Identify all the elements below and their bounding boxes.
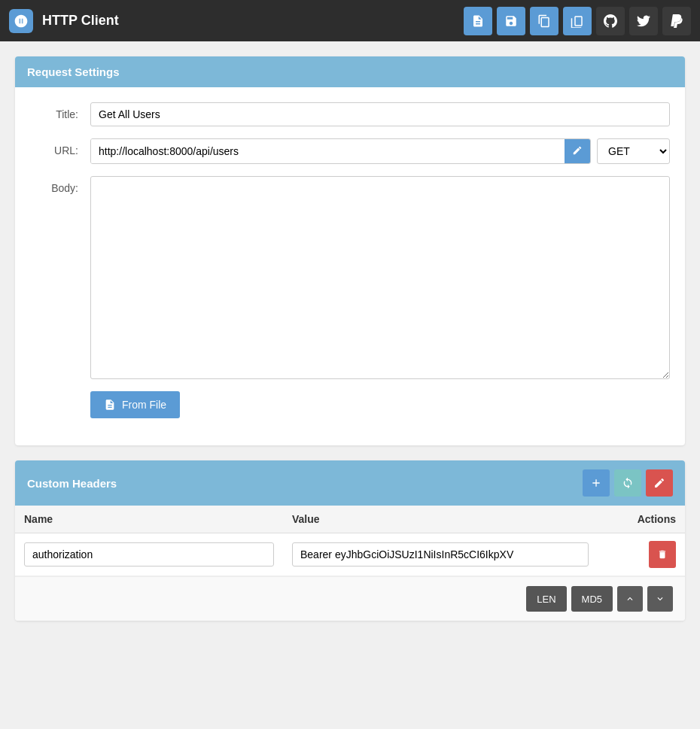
col-value-header: Value xyxy=(283,506,598,533)
github-btn[interactable] xyxy=(596,7,625,35)
title-input[interactable] xyxy=(90,102,670,126)
title-row: Title: xyxy=(30,102,670,126)
save-btn[interactable] xyxy=(497,7,525,35)
duplicate-btn[interactable] xyxy=(563,7,592,35)
headers-table-header-row: Name Value Actions xyxy=(15,506,685,533)
scroll-down-btn[interactable] xyxy=(647,586,673,612)
copy-btn[interactable] xyxy=(530,7,558,35)
from-file-label: From File xyxy=(122,399,166,411)
new-request-btn[interactable] xyxy=(464,7,492,35)
method-select[interactable]: GET POST PUT PATCH DELETE xyxy=(597,138,670,164)
header-name-cell xyxy=(15,533,283,576)
request-settings-body: Title: URL: GET POST PUT xyxy=(15,87,685,445)
col-actions-header: Actions xyxy=(598,506,685,533)
bottom-bar: LEN MD5 xyxy=(15,576,685,621)
app-header: HTTP Client xyxy=(0,0,700,41)
md5-btn[interactable]: MD5 xyxy=(571,586,613,612)
from-file-btn[interactable]: From File xyxy=(90,391,180,418)
delete-header-btn[interactable] xyxy=(649,541,676,568)
panel-header-actions xyxy=(583,469,673,497)
scroll-up-btn[interactable] xyxy=(617,586,643,612)
edit-header-btn[interactable] xyxy=(646,469,673,497)
request-settings-panel: Request Settings Title: URL: xyxy=(15,56,685,445)
col-name-header: Name xyxy=(15,506,283,533)
header-value-input[interactable] xyxy=(292,542,589,566)
from-file-spacer xyxy=(30,391,90,397)
table-row xyxy=(15,533,685,576)
request-settings-header: Request Settings xyxy=(15,56,685,87)
custom-headers-title: Custom Headers xyxy=(27,477,117,490)
header-actions xyxy=(464,7,691,35)
refresh-header-btn[interactable] xyxy=(614,469,641,497)
url-label: URL: xyxy=(30,138,90,156)
app-logo xyxy=(9,9,33,33)
paypal-btn[interactable] xyxy=(662,7,691,35)
main-content: Request Settings Title: URL: xyxy=(0,41,700,651)
header-value-cell xyxy=(283,533,598,576)
from-file-row: From File xyxy=(30,391,670,418)
len-btn[interactable]: LEN xyxy=(526,586,566,612)
twitter-btn[interactable] xyxy=(629,7,658,35)
headers-table: Name Value Actions xyxy=(15,506,685,576)
custom-headers-header: Custom Headers xyxy=(15,460,685,506)
body-label: Body: xyxy=(30,176,90,194)
title-label: Title: xyxy=(30,102,90,120)
url-input-wrapper xyxy=(90,138,591,164)
add-header-btn[interactable] xyxy=(583,469,610,497)
headers-table-body xyxy=(15,533,685,576)
body-textarea[interactable] xyxy=(90,176,670,379)
url-input[interactable] xyxy=(91,139,565,163)
app-title: HTTP Client xyxy=(42,13,464,29)
header-actions-cell xyxy=(598,533,685,576)
url-row-controls: GET POST PUT PATCH DELETE xyxy=(90,138,670,164)
request-settings-title: Request Settings xyxy=(27,65,120,78)
url-row: URL: GET POST PUT PATCH DELETE xyxy=(30,138,670,164)
body-row: Body: xyxy=(30,176,670,379)
header-name-input[interactable] xyxy=(24,542,274,566)
url-edit-btn[interactable] xyxy=(565,139,590,163)
custom-headers-panel: Custom Headers Name Value Actions xyxy=(15,460,685,621)
